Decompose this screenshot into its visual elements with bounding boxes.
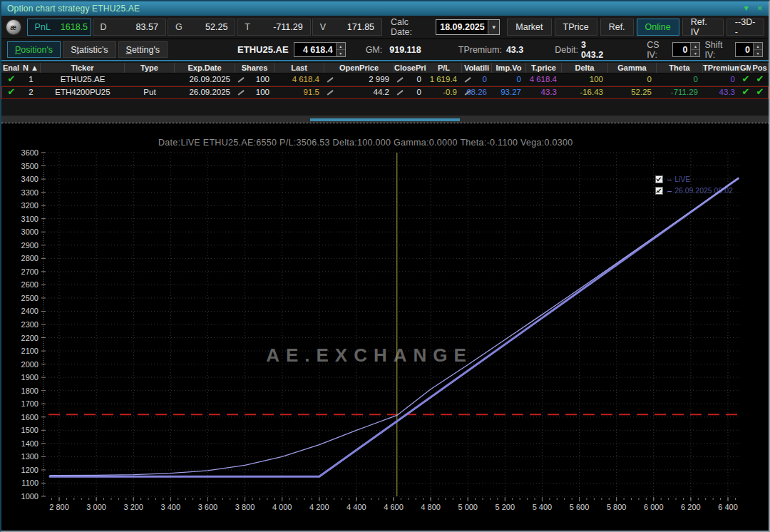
tab-positions[interactable]: Position's	[7, 41, 61, 58]
splitter-grip-handle[interactable]	[310, 118, 460, 121]
col-header-type[interactable]: Type	[125, 63, 175, 73]
gm-label: GM:	[366, 45, 383, 55]
col-header-gm[interactable]: GM(	[740, 63, 751, 73]
tab-settings[interactable]: Setting's	[118, 41, 168, 58]
svg-text:2900: 2900	[21, 241, 38, 250]
stat-delta-label: D	[101, 22, 107, 32]
spin-down-icon[interactable]: ▼	[691, 50, 699, 56]
shift-iv-label: Shift IV:	[704, 40, 730, 60]
check-icon[interactable]: ✔	[742, 86, 750, 97]
tprice-button[interactable]: TPrice	[555, 19, 597, 36]
collapse-icon[interactable]: ▼	[743, 4, 750, 14]
cell-last: 91.5	[274, 86, 324, 98]
col-header-n[interactable]: N ▲	[21, 63, 41, 73]
cell-impvol: 0	[492, 73, 526, 86]
spin-up-icon[interactable]: ▲	[691, 43, 699, 50]
checkbox-checked-icon[interactable]: ✔	[655, 175, 663, 183]
spin-down-icon[interactable]: ▼	[754, 50, 762, 56]
legend-label: LiVE	[674, 175, 690, 183]
tab-statistics[interactable]: Statistic's	[63, 41, 115, 58]
col-header-tprice[interactable]: T.price	[526, 63, 562, 73]
col-header-last[interactable]: Last	[274, 63, 324, 73]
svg-text:3000: 3000	[21, 227, 38, 236]
svg-text:1900: 1900	[21, 373, 38, 382]
svg-text:1400: 1400	[21, 439, 38, 448]
check-icon[interactable]: ✔	[742, 73, 750, 84]
cell-ticker: ETHU25.AE	[41, 73, 125, 86]
edit-pencil-icon	[327, 76, 333, 83]
col-header-impvol[interactable]: Imp.Vo	[492, 63, 526, 73]
svg-text:4 800: 4 800	[421, 503, 441, 511]
debit-value: 3 043.2	[581, 40, 605, 60]
col-header-expdate[interactable]: Exp.Date	[175, 63, 235, 73]
cell-tpremium: 0	[703, 73, 740, 86]
panel-splitter[interactable]	[1, 116, 769, 123]
cell-pos-check: ✔	[751, 86, 769, 98]
svg-text:1700: 1700	[21, 399, 38, 408]
svg-text:3600: 3600	[21, 148, 38, 157]
col-header-tpremium[interactable]: TPremium	[703, 63, 740, 73]
stat-vega-label: V	[320, 22, 326, 32]
cell-gm-check: ✔	[740, 86, 751, 98]
svg-text:1800: 1800	[21, 387, 38, 395]
chevron-down-icon[interactable]: ▼	[488, 20, 499, 34]
svg-text:5 000: 5 000	[458, 503, 478, 511]
cell-gm-check: ✔	[740, 73, 751, 86]
svg-text:1200: 1200	[21, 466, 38, 474]
cell-tprice: 43.3	[526, 86, 562, 98]
spin-down-icon[interactable]: ▼	[337, 50, 345, 56]
stat-pnl[interactable]: PnL 1618.5	[27, 19, 91, 36]
titlebar[interactable]: Option chart strategy ETHU25.AE ▼ ✕	[1, 1, 769, 16]
check-icon[interactable]: ✔	[756, 73, 764, 84]
market-button[interactable]: Market	[507, 19, 551, 36]
cs-iv-stepper[interactable]: 0 ▲▼	[672, 42, 700, 57]
col-header-ticker[interactable]: Ticker	[41, 63, 125, 73]
svg-text:2200: 2200	[21, 334, 38, 342]
checkbox-checked-icon[interactable]: ✔	[655, 187, 663, 195]
price-stepper[interactable]: 4 618.4 ▲▼	[294, 42, 346, 57]
col-header-closeprice[interactable]: ClosePri	[394, 63, 426, 73]
calc-date-label: Calc Date:	[391, 17, 431, 37]
check-icon[interactable]: ✔	[756, 86, 764, 97]
col-header-delta[interactable]: Delta	[562, 63, 608, 73]
svg-text:3300: 3300	[21, 188, 38, 197]
table-row-selected[interactable]: ✔ 2 ETH4200PU25 Put 26.09.2025 100 91.5 …	[1, 86, 769, 99]
svg-text:3 800: 3 800	[235, 503, 255, 511]
calc-date-select[interactable]: 18.09.2025 ▼	[436, 19, 500, 35]
col-header-enabled[interactable]: Enal	[1, 63, 21, 73]
spin-up-icon[interactable]: ▲	[337, 43, 345, 50]
legend-item-live: ✔ – LiVE	[655, 173, 733, 185]
online-button[interactable]: Online	[637, 19, 679, 36]
svg-text:3100: 3100	[21, 215, 38, 223]
table-row[interactable]: ✔ 1 ETHU25.AE 26.09.2025 100 4 618.4 2 9…	[1, 73, 769, 86]
spin-up-icon[interactable]: ▲	[754, 43, 762, 50]
col-header-shares[interactable]: Shares	[235, 63, 274, 73]
stat-pnl-label: PnL	[35, 22, 51, 32]
col-header-volatility[interactable]: Volatili	[462, 63, 492, 73]
pl-chart-panel[interactable]: ✔ – LiVE ✔ – 26.09.2025 08:02 1000110012…	[1, 123, 769, 531]
shift-iv-stepper[interactable]: 0 ▲▼	[735, 42, 763, 57]
col-header-openprice[interactable]: OpenPrice	[324, 63, 394, 73]
col-header-gamma[interactable]: Gamma	[608, 63, 657, 73]
col-header-pl[interactable]: P/L	[426, 63, 462, 73]
divider	[1, 60, 769, 61]
3d-button[interactable]: --3D--	[727, 19, 764, 36]
cell-shares: 100	[235, 73, 274, 86]
svg-text:5 600: 5 600	[570, 503, 590, 511]
close-icon[interactable]: ✕	[757, 4, 763, 14]
stat-vega-value: 171.85	[337, 22, 374, 32]
cell-n: 2	[21, 86, 41, 98]
col-header-pos[interactable]: Pos	[751, 63, 769, 73]
svg-text:4 000: 4 000	[272, 503, 292, 511]
cell-expdate: 26.09.2025	[175, 73, 235, 86]
svg-text:3 400: 3 400	[161, 503, 181, 511]
tpremium-value: 43.3	[506, 45, 523, 55]
ref-button[interactable]: Ref.	[600, 19, 634, 36]
check-icon[interactable]: ✔	[8, 86, 16, 97]
col-header-theta[interactable]: Theta	[657, 63, 703, 73]
ref-iv-button[interactable]: Ref. IV	[682, 19, 724, 36]
cell-delta: 100	[562, 73, 608, 86]
svg-text:2 800: 2 800	[49, 503, 69, 511]
series-line-marker: –	[667, 175, 672, 183]
check-icon[interactable]: ✔	[8, 73, 16, 84]
